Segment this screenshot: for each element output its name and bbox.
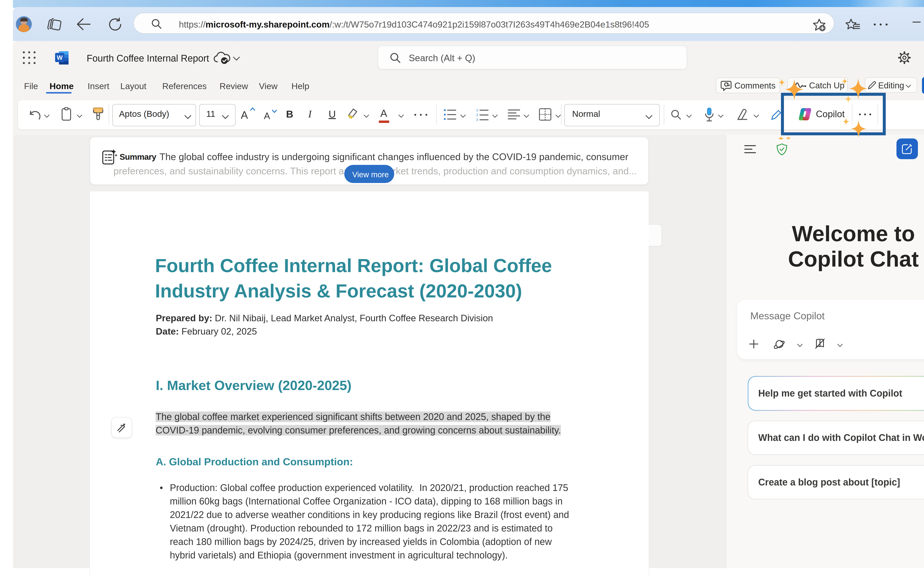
svg-text:2: 2 <box>476 113 478 117</box>
svg-text:W: W <box>57 54 63 61</box>
svg-text:1: 1 <box>476 108 478 112</box>
svg-text:3: 3 <box>476 118 478 121</box>
